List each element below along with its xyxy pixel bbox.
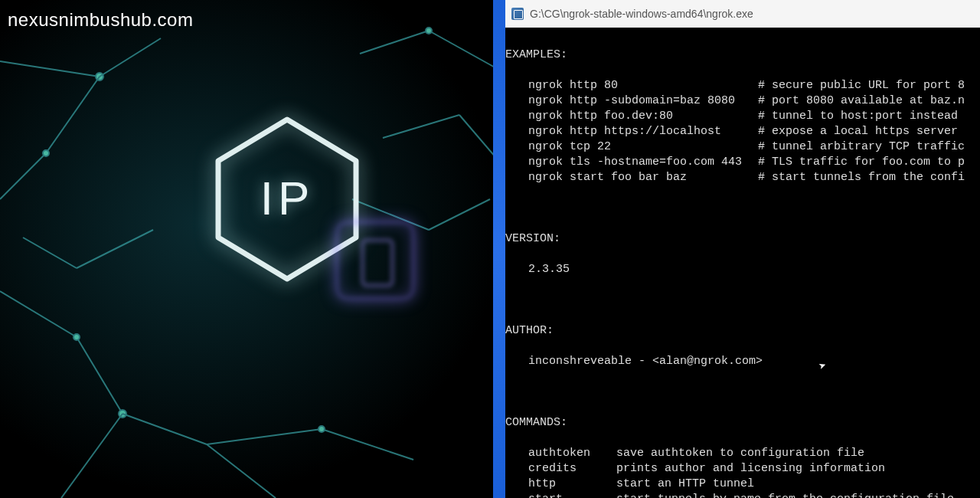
svg-line-6: [0, 291, 77, 337]
example-row: ngrok start foo bar baz# start tunnels f…: [505, 170, 980, 185]
terminal-output[interactable]: EXAMPLES: ngrok http 80# secure public U…: [505, 28, 980, 498]
author-value: inconshreveable - <alan@ngrok.com>: [505, 354, 980, 369]
svg-line-7: [77, 337, 122, 414]
command-row: creditsprints author and licensing infor…: [505, 461, 980, 477]
svg-line-4: [0, 153, 46, 199]
example-comment: # start tunnels from the confi: [758, 170, 965, 185]
author-header: AUTHOR:: [505, 323, 980, 339]
secondary-glow-box: [337, 222, 413, 299]
example-cmd: ngrok start foo bar baz: [505, 170, 758, 185]
svg-point-8: [74, 334, 80, 340]
command-desc: prints author and licensing information: [616, 461, 885, 477]
example-comment: # TLS traffic for foo.com to p: [758, 155, 965, 170]
svg-line-0: [0, 61, 100, 77]
watermark-text: nexusnimbushub.com: [8, 9, 193, 31]
svg-line-12: [207, 444, 276, 498]
command-row: startstart tunnels by name from the conf…: [505, 492, 980, 498]
blue-edge-strip: [493, 0, 505, 498]
example-cmd: ngrok http -subdomain=baz 8080: [505, 93, 758, 109]
command-name: start: [505, 492, 616, 498]
example-cmd: ngrok http foo.dev:80: [505, 109, 758, 124]
svg-line-22: [23, 238, 77, 268]
example-comment: # expose a local https server: [758, 124, 965, 139]
svg-line-3: [46, 77, 100, 153]
example-cmd: ngrok tls -hostname=foo.com 443: [505, 155, 758, 170]
example-comment: # tunnel to host:port instead: [758, 109, 965, 124]
example-row: ngrok http 80# secure public URL for por…: [505, 78, 980, 93]
example-comment: # tunnel arbitrary TCP traffic: [758, 139, 965, 155]
command-row: httpstart an HTTP tunnel: [505, 477, 980, 492]
terminal-window: G:\CG\ngrok-stable-windows-amd64\ngrok.e…: [505, 0, 980, 498]
svg-line-17: [429, 31, 498, 69]
example-row: ngrok http https://localhost# expose a l…: [505, 124, 980, 139]
svg-line-11: [61, 414, 122, 498]
ip-label: IP: [260, 171, 315, 225]
window-app-icon: [511, 8, 524, 20]
window-title: G:\CG\ngrok-stable-windows-amd64\ngrok.e…: [530, 8, 753, 20]
svg-line-19: [383, 115, 459, 138]
svg-point-5: [43, 150, 49, 156]
example-row: ngrok tls -hostname=foo.com 443# TLS tra…: [505, 155, 980, 170]
command-desc: start an HTTP tunnel: [616, 477, 754, 492]
svg-point-15: [318, 426, 325, 432]
svg-line-2: [100, 38, 161, 77]
commands-header: COMMANDS:: [505, 415, 980, 431]
example-comment: # secure public URL for port 8: [758, 78, 965, 93]
example-cmd: ngrok http 80: [505, 78, 758, 93]
command-desc: start tunnels by name from the configura…: [616, 492, 954, 498]
example-row: ngrok tcp 22# tunnel arbitrary TCP traff…: [505, 139, 980, 155]
version-header: VERSION:: [505, 231, 980, 247]
command-name: http: [505, 477, 616, 492]
command-row: authtokensave authtoken to configuration…: [505, 446, 980, 461]
svg-point-18: [426, 28, 432, 34]
svg-line-21: [77, 230, 153, 268]
example-cmd: ngrok http https://localhost: [505, 124, 758, 139]
command-name: credits: [505, 461, 616, 477]
example-row: ngrok http foo.dev:80# tunnel to host:po…: [505, 109, 980, 124]
svg-line-14: [322, 429, 413, 460]
svg-line-24: [429, 199, 490, 230]
example-comment: # port 8080 available at baz.n: [758, 93, 965, 109]
svg-line-13: [207, 429, 322, 444]
examples-header: EXAMPLES:: [505, 48, 980, 63]
command-desc: save authtoken to configuration file: [616, 446, 864, 461]
example-cmd: ngrok tcp 22: [505, 139, 758, 155]
hero-graphic: nexusnimbushub.com IP: [0, 0, 505, 498]
svg-line-10: [122, 414, 207, 444]
version-value: 2.3.35: [505, 262, 980, 277]
window-titlebar[interactable]: G:\CG\ngrok-stable-windows-amd64\ngrok.e…: [505, 0, 980, 28]
svg-line-16: [360, 31, 429, 54]
example-row: ngrok http -subdomain=baz 8080# port 808…: [505, 93, 980, 109]
command-name: authtoken: [505, 446, 616, 461]
